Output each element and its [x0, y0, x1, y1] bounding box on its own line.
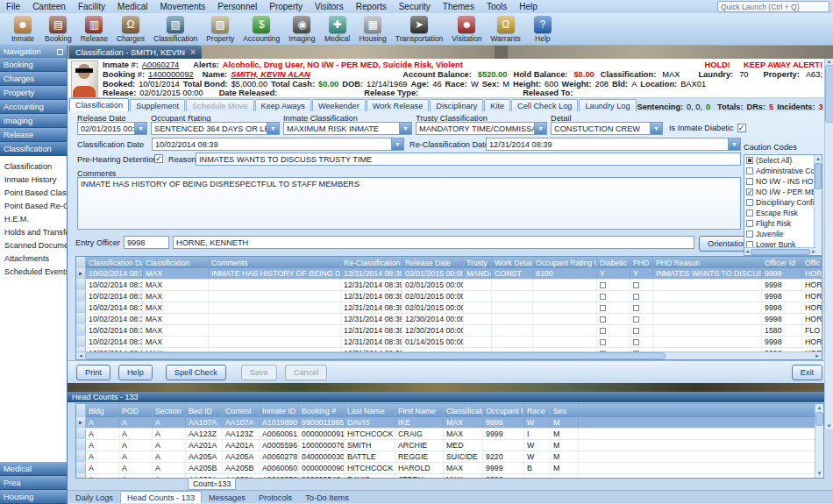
- head-counts-col-race[interactable]: Race: [524, 404, 551, 417]
- history-grid-row[interactable]: 10/02/2014 08:39MAX12/31/2014 08:3902/01…: [76, 291, 822, 302]
- history-grid-col-classification[interactable]: Classification: [143, 257, 209, 268]
- cancel-button[interactable]: Cancel: [285, 365, 328, 380]
- history-grid-row[interactable]: 10/02/2014 08:39MAX12/31/2014 08:3912/30…: [76, 325, 822, 337]
- entry-officer-name-input[interactable]: HORNE, KENNETH: [173, 236, 694, 249]
- sidebar-section-prea[interactable]: Prea: [0, 476, 67, 490]
- chevron-down-icon[interactable]: ▼: [134, 123, 146, 134]
- print-button[interactable]: Print: [76, 365, 110, 380]
- scroll-up-icon[interactable]: ▲: [825, 59, 833, 64]
- scroll-down-icon[interactable]: ▼: [815, 470, 823, 478]
- tab-schedule-move[interactable]: Schedule Move: [186, 99, 253, 111]
- pre-hearing-checkbox[interactable]: ✓: [154, 154, 163, 163]
- chevron-down-icon[interactable]: ▼: [534, 123, 546, 134]
- head-counts-col-bldg[interactable]: Bldg: [86, 404, 119, 417]
- checkbox-icon[interactable]: ✓: [746, 188, 753, 195]
- head-counts-row[interactable]: ►AAAAA107AAA107AA10198909900011985DAVISI…: [76, 417, 823, 429]
- history-grid-row[interactable]: 10/02/2014 08:39MAX12/31/2014 08:3901/14…: [76, 337, 822, 348]
- close-icon[interactable]: ×: [190, 47, 196, 57]
- head-counts-col-classification[interactable]: Classification: [444, 404, 483, 417]
- checkbox-icon[interactable]: [746, 199, 753, 206]
- history-grid-col-offic[interactable]: Offic: [802, 257, 822, 268]
- menu-file[interactable]: File: [0, 2, 26, 11]
- caution-vertical-scrollbar[interactable]: ▲: [814, 155, 822, 255]
- menu-tools[interactable]: Tools: [481, 2, 513, 11]
- scrollbar-thumb[interactable]: [85, 352, 666, 359]
- toolbar-medical[interactable]: ✚Medical: [320, 15, 355, 44]
- sidebar-item-attachments[interactable]: Attachments: [0, 252, 67, 265]
- tab-classification[interactable]: Classification: [69, 98, 129, 111]
- head-counts-col-section[interactable]: Section: [153, 404, 186, 417]
- scroll-left-icon[interactable]: ◄: [78, 353, 83, 358]
- sidebar-item-classification[interactable]: Classification: [0, 160, 67, 173]
- toolbar-warrants[interactable]: ΩWarrants: [487, 15, 525, 44]
- document-tab[interactable]: Classification - SMITH, KEVIN ×: [69, 46, 202, 59]
- chevron-down-icon[interactable]: ▼: [399, 123, 411, 134]
- toolbar-property[interactable]: ▨Property: [202, 15, 239, 44]
- head-counts-col-booking[interactable]: Booking #: [299, 404, 345, 417]
- head-counts-row[interactable]: AAAAA205AAA205AA00602780400000030BATTLER…: [76, 451, 823, 463]
- scroll-right-icon[interactable]: ►: [811, 249, 816, 254]
- scroll-right-icon[interactable]: ►: [815, 353, 820, 358]
- sidebar-section-imaging[interactable]: Imaging: [0, 114, 67, 128]
- sidebar-section-classification[interactable]: Classification: [0, 142, 67, 156]
- history-grid-col-phd-reason[interactable]: PHD Reason: [653, 257, 762, 268]
- toolbar-accounting[interactable]: $Accounting: [239, 15, 284, 44]
- head-counts-col-inmate-id[interactable]: Inmate ID: [260, 404, 299, 417]
- head-counts-row[interactable]: AAAAA201AAA201AA00055961000000076SMITHAR…: [76, 440, 823, 451]
- sidebar-section-medical[interactable]: Medical: [0, 462, 67, 476]
- sidebar-section-charges[interactable]: Charges: [0, 72, 67, 86]
- head-counts-row[interactable]: AAAAA123ZAA123ZA00600610000000091HITCHCO…: [76, 429, 823, 440]
- toolbar-inmate[interactable]: ☻Inmate: [5, 15, 40, 44]
- caution-code-select-all[interactable]: (Select All): [744, 155, 822, 166]
- caution-horizontal-scrollbar[interactable]: ◄►: [744, 247, 816, 255]
- toolbar-imaging[interactable]: ◉Imaging: [284, 15, 319, 44]
- pin-icon[interactable]: [57, 49, 63, 55]
- tab-work-release[interactable]: Work Release: [367, 99, 430, 111]
- history-grid-row[interactable]: ►10/02/2014 08:39MAXINMATE HAS HISTORY O…: [76, 268, 822, 280]
- menu-movements[interactable]: Movements: [154, 2, 212, 11]
- scroll-down-icon[interactable]: ▼: [825, 423, 833, 429]
- sidebar-section-housing[interactable]: Housing: [0, 490, 67, 504]
- menu-help[interactable]: Help: [513, 2, 544, 11]
- history-grid-col-occupant-rating-code[interactable]: Occupant Rating Code: [533, 257, 597, 268]
- spell-check-button[interactable]: Spell Check: [166, 365, 226, 380]
- caution-code-escape-risk[interactable]: Escape Risk: [744, 208, 822, 218]
- menu-canteen[interactable]: Canteen: [26, 2, 72, 11]
- scrollbar-thumb[interactable]: [815, 412, 823, 426]
- bottom-tab-daily-logs[interactable]: Daily Logs: [69, 492, 119, 503]
- history-grid-col-officer-id[interactable]: Officer Id: [762, 257, 802, 268]
- tab-kite[interactable]: Kite: [484, 99, 510, 111]
- sidebar-item-scanned-documents[interactable]: Scanned Documents: [0, 238, 67, 252]
- checkbox-icon[interactable]: [746, 178, 753, 185]
- head-counts-vertical-scrollbar[interactable]: ▲▼: [815, 404, 823, 478]
- caution-code-administrative-confinem[interactable]: Administrative Confinem: [744, 166, 822, 176]
- tab-weekender[interactable]: Weekender: [312, 99, 366, 111]
- inmate-photo[interactable]: [71, 60, 98, 98]
- sidebar-item-point-based-re-class[interactable]: Point Based Re-Class.: [0, 199, 67, 212]
- detail-combo[interactable]: CONSTUCTION CREW ▼: [551, 122, 663, 135]
- toolbar-visitation[interactable]: ☻Visitation: [447, 15, 486, 44]
- toolbar-help[interactable]: ?Help: [525, 15, 560, 44]
- menu-visitors[interactable]: Visitors: [309, 2, 350, 11]
- re-classification-date-combo[interactable]: 12/31/2014 08:39 ▼: [486, 138, 741, 151]
- bottom-tab-protocols[interactable]: Protocols: [253, 492, 298, 503]
- chevron-down-icon[interactable]: ▼: [267, 123, 279, 134]
- head-counts-col-last-name[interactable]: Last Name: [345, 404, 395, 417]
- history-grid-col-classification-date[interactable]: Classification Date: [86, 257, 143, 268]
- checkbox-icon[interactable]: [746, 157, 753, 164]
- scroll-left-icon[interactable]: ◄: [744, 249, 750, 254]
- quick-launch-input[interactable]: [717, 1, 829, 12]
- head-counts-row[interactable]: AAAAA205BAA205BA00600600000000090HITCHCO…: [76, 463, 823, 474]
- tab-cell-check-log[interactable]: Cell Check Log: [511, 99, 578, 111]
- caution-code-disciplinary-confinemen[interactable]: Disciplinary Confinemen: [744, 197, 822, 208]
- bottom-tab-head-counts-133[interactable]: Head Counts - 133: [120, 491, 202, 503]
- history-grid-col-trusty[interactable]: Trusty: [464, 257, 492, 268]
- sidebar-section-property[interactable]: Property: [0, 86, 67, 100]
- checkbox-icon[interactable]: [746, 209, 753, 217]
- save-button[interactable]: Save: [241, 365, 277, 380]
- sidebar-section-release[interactable]: Release: [0, 128, 67, 142]
- reason-input[interactable]: INMATES WANTS TO DISCUSS TRUSTY TIME: [196, 153, 741, 166]
- diabetic-checkbox[interactable]: ✓: [737, 124, 746, 132]
- tab-keep-aways[interactable]: Keep Aways: [255, 99, 311, 111]
- caution-code-no-i-w-per-med[interactable]: ✓NO I/W - PER MED: [744, 187, 822, 197]
